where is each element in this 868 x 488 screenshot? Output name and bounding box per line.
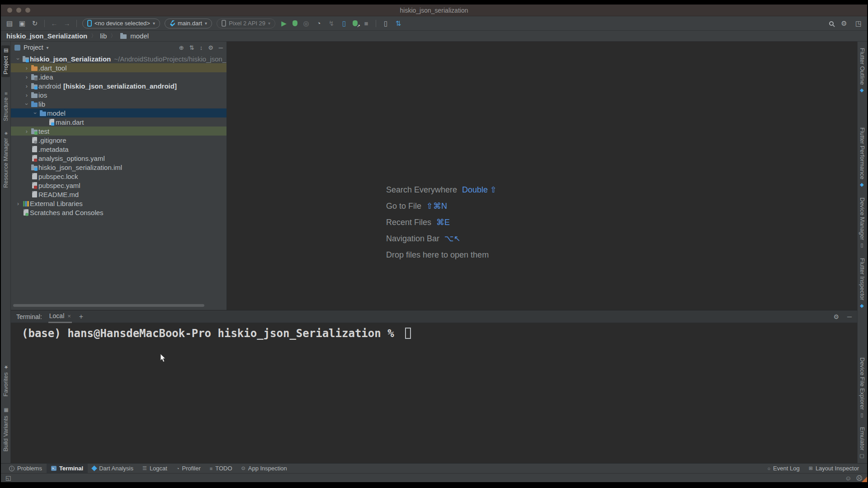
close-icon[interactable]: × [67, 313, 71, 319]
expanded-icon[interactable]: › [24, 100, 30, 108]
collapsed-icon[interactable]: › [23, 74, 30, 80]
tool-strip-item-build-variants[interactable]: Build Variants▦ [1, 405, 10, 454]
tool-window-tab-logcat[interactable]: ☰Logcat [138, 464, 172, 473]
expanded-icon[interactable]: › [15, 55, 22, 62]
run-icon[interactable]: ▶ [280, 19, 288, 28]
tool-strip-item-flutter-outline[interactable]: Flutter Outline◆ [858, 45, 867, 96]
stop-icon[interactable]: ■ [362, 19, 370, 27]
profile-icon[interactable]: ◔ [315, 19, 323, 27]
tree-row[interactable]: analysis_options.yaml [11, 154, 226, 163]
tool-window-tab-terminal[interactable]: >_Terminal [47, 464, 88, 473]
terminal-hide-icon[interactable]: ─ [847, 313, 852, 320]
new-terminal-tab-button[interactable]: + [79, 313, 83, 321]
close-window-button[interactable] [7, 8, 12, 13]
breadcrumb: hiskio_json_Serialization〉lib〉model [1, 31, 867, 42]
tree-row[interactable]: ›model [11, 108, 226, 117]
tree-row[interactable]: README.md [11, 190, 226, 199]
tool-window-tab-profiler[interactable]: ◔Profiler [172, 464, 205, 473]
tool-window-tab-dart-analysis[interactable]: Dart Analysis [88, 464, 138, 473]
device-selector[interactable]: <no device selected> ▾ [82, 19, 160, 28]
tree-row[interactable]: ›.idea [11, 72, 226, 81]
horizontal-scrollbar[interactable] [13, 304, 204, 307]
tree-row[interactable]: ›ios [11, 90, 226, 99]
tree-item-label: Scratches and Consoles [30, 209, 104, 216]
expanded-icon[interactable]: › [32, 109, 39, 117]
breadcrumb-item[interactable]: model [130, 32, 149, 40]
tree-row[interactable]: ›hiskio_json_Serialization~/AndroidStudi… [11, 54, 226, 63]
chevron-down-icon[interactable]: ▾ [47, 45, 49, 50]
tool-window-tab-problems[interactable]: !Problems [5, 464, 47, 473]
expand-all-icon[interactable]: ⇅ [189, 44, 194, 51]
settings-icon[interactable]: ⚙ [840, 19, 848, 28]
collapsed-icon[interactable]: › [14, 200, 22, 207]
git-file [30, 137, 38, 143]
terminal-output[interactable]: (base) hans@HansdeMacBook-Pro hiskio_jso… [11, 323, 857, 463]
editor-area[interactable]: Search EverywhereDouble ⇧Go to File⇧⌘NRe… [227, 42, 857, 310]
tree-row[interactable]: pubspec.yaml [11, 181, 226, 190]
terminal-tab-local[interactable]: Local × [48, 310, 72, 323]
tool-strip-item-favorites[interactable]: Favorites★ [1, 361, 10, 399]
tool-window-tab-todo[interactable]: ≡TODO [205, 464, 237, 473]
tool-strip-item-project[interactable]: Project▤ [1, 45, 10, 77]
tree-row[interactable]: ›External Libraries [11, 199, 226, 208]
device-manager-icon[interactable]: ▯ [382, 19, 390, 28]
project-panel-title[interactable]: Project [24, 44, 43, 51]
open-icon[interactable]: ▤ [5, 19, 14, 28]
minimize-window-button[interactable] [16, 8, 21, 13]
collapsed-icon[interactable]: › [23, 83, 30, 89]
shortcut-label: Recent Files [386, 218, 431, 227]
gear-icon[interactable]: ⚙ [208, 44, 213, 51]
tree-item-label: android [38, 82, 61, 90]
lightning-icon[interactable]: ↯ [327, 19, 335, 28]
breadcrumb-item[interactable]: lib [100, 32, 107, 40]
tree-row[interactable]: ›.dart_tool [11, 63, 226, 72]
tree-row[interactable]: ›lib [11, 99, 226, 108]
save-icon[interactable]: ▣ [18, 19, 26, 28]
forward-icon[interactable]: → [63, 19, 71, 27]
toggle-tool-windows-icon[interactable]: ◱ [5, 474, 11, 481]
tree-row[interactable]: ›test [11, 127, 226, 136]
tree-row[interactable]: main.dart [11, 117, 226, 127]
tool-windows-icon[interactable]: ◳ [854, 19, 863, 28]
terminal-settings-icon[interactable]: ⚙ [834, 313, 840, 320]
tool-window-tab-event-log[interactable]: ○Event Log [763, 464, 804, 473]
tool-strip-item-device-file-explorer[interactable]: Device File Explorer▯ [858, 355, 867, 421]
zoom-window-button[interactable] [25, 8, 30, 13]
sync-icon[interactable]: ↻ [31, 19, 39, 28]
attach-debugger-icon[interactable]: ◎ [302, 19, 310, 28]
target-device-selector[interactable]: Pixel 2 API 29 ▾ [217, 19, 275, 28]
tool-strip-label: Flutter Outline [859, 48, 866, 85]
tree-row[interactable]: ›android[hiskio_json_serialization_andro… [11, 81, 226, 90]
collapse-all-icon[interactable]: ↕ [200, 44, 203, 51]
tree-row[interactable]: Scratches and Consoles [11, 208, 226, 217]
collapsed-icon[interactable]: › [23, 65, 30, 71]
tool-strip-item-resource-manager[interactable]: Resource Manager∗ [1, 129, 10, 191]
tree-row[interactable]: hiskio_json_serialization.iml [11, 163, 226, 172]
tree-row[interactable]: .metadata [11, 145, 226, 154]
tree-item-path: ~/AndroidStudioProjects/hiskio_json_Seri… [114, 55, 226, 63]
phone-icon [87, 20, 92, 27]
device-debug-icon[interactable]: ▯ [340, 19, 348, 28]
tool-strip-item-emulator[interactable]: Emulator▢ [858, 424, 867, 461]
tool-strip-item-structure[interactable]: Structure≡ [1, 89, 10, 124]
happy-feedback-icon[interactable]: ☺ [845, 474, 851, 482]
shortcut-hint: Navigation Bar⌥↖ [386, 230, 497, 247]
tool-strip-item-device-manager[interactable]: Device Manager▯ [858, 195, 867, 251]
pub-get-icon[interactable]: ⇅ [394, 19, 402, 28]
flutter-attach-icon[interactable] [353, 20, 358, 26]
collapsed-icon[interactable]: › [23, 92, 30, 99]
debug-icon[interactable] [292, 20, 297, 26]
run-config-selector[interactable]: main.dart ▾ [165, 19, 212, 28]
tool-window-tab-layout-inspector[interactable]: ⊞Layout Inspector [804, 464, 863, 473]
search-icon[interactable] [829, 21, 834, 26]
hide-icon[interactable]: ─ [219, 44, 223, 51]
back-icon[interactable]: ← [50, 19, 58, 27]
tool-window-tab-app-inspection[interactable]: ⊙App Inspection [237, 464, 292, 473]
collapsed-icon[interactable]: › [23, 128, 30, 135]
tree-row[interactable]: pubspec.lock [11, 172, 226, 181]
locate-icon[interactable]: ⊕ [179, 44, 184, 51]
breadcrumb-item[interactable]: hiskio_json_Serialization [6, 32, 87, 40]
tree-row[interactable]: .gitignore [11, 136, 226, 145]
tool-strip-item-flutter-performance[interactable]: Flutter Performance◆ [858, 125, 867, 190]
tool-strip-item-flutter-inspector[interactable]: Flutter Inspector◆ [858, 255, 867, 311]
